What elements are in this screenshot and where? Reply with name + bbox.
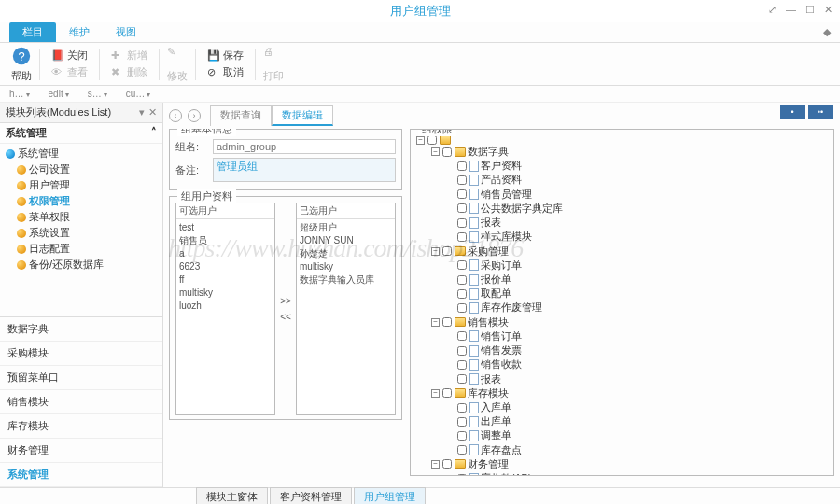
group-remark-input[interactable] <box>213 158 396 182</box>
perm-checkbox[interactable] <box>457 289 467 299</box>
perm-node[interactable]: 入库单 <box>446 400 828 414</box>
sidebar-section[interactable]: 销售模块 <box>0 390 162 414</box>
perm-node[interactable]: 样式库模块 <box>446 230 828 244</box>
tree-parent[interactable]: 系统管理 <box>4 146 159 161</box>
close-button[interactable]: 📕关闭 <box>48 48 91 63</box>
perm-node[interactable]: 应收款(AR) <box>446 471 828 476</box>
review-button[interactable]: 👁查看 <box>48 64 91 80</box>
tree-node-2[interactable]: 权限管理 <box>4 193 159 209</box>
list-item[interactable]: ff <box>179 273 272 287</box>
perm-node[interactable]: 调整单 <box>446 428 828 442</box>
close-icon[interactable]: ✕ <box>824 4 833 16</box>
ws-action-btn-1[interactable]: • <box>780 105 805 119</box>
perm-checkbox[interactable] <box>457 303 467 313</box>
ribbon-tab-main[interactable]: 栏目 <box>9 22 56 42</box>
perm-node[interactable]: 报表 <box>446 216 828 230</box>
expand-icon[interactable]: − <box>431 147 440 156</box>
perm-root[interactable]: − <box>416 135 828 145</box>
perm-node[interactable]: −财务管理 <box>431 457 828 471</box>
perm-checkbox[interactable] <box>442 317 452 327</box>
perm-node[interactable]: 出库单 <box>446 414 828 428</box>
permission-tree[interactable]: −−数据字典客户资料产品资料销售员管理公共数据字典定库报表样式库模块−采购管理采… <box>416 135 828 476</box>
perm-checkbox[interactable] <box>457 203 467 213</box>
maximize-icon[interactable]: ☐ <box>805 4 815 16</box>
tree-node-6[interactable]: 备份/还原数据库 <box>4 257 159 273</box>
perm-node[interactable]: −销售模块 <box>431 315 828 329</box>
sidebar-menu-icon[interactable]: ▾ <box>139 106 145 119</box>
tree-node-5[interactable]: 日志配置 <box>4 241 159 257</box>
list-item[interactable]: 超级用户 <box>300 221 392 234</box>
nav-back-icon[interactable]: ‹ <box>169 109 182 122</box>
sidebar-section[interactable]: 预留菜单口 <box>0 366 162 390</box>
perm-node[interactable]: 采购订单 <box>446 259 828 273</box>
tree-node-1[interactable]: 用户管理 <box>4 177 159 193</box>
expand-icon[interactable]: − <box>431 318 440 327</box>
add-button[interactable]: ✚新增 <box>107 48 151 63</box>
sidebar-close-icon[interactable]: ✕ <box>148 106 157 119</box>
perm-node[interactable]: −数据字典 <box>431 145 828 159</box>
edit-button[interactable]: ✎ 修改 <box>163 45 191 84</box>
save-button[interactable]: 💾保存 <box>203 48 247 63</box>
perm-node[interactable]: 报表 <box>446 372 828 386</box>
perm-node[interactable]: 销售员管理 <box>446 188 828 202</box>
perm-node[interactable]: 取配单 <box>446 287 828 301</box>
move-left-icon[interactable]: << <box>280 312 291 322</box>
quick-item[interactable]: cu…▾ <box>126 89 151 99</box>
quick-item[interactable]: s…▾ <box>88 89 107 99</box>
list-item[interactable]: JONNY SUN <box>300 234 392 247</box>
perm-checkbox[interactable] <box>442 147 452 157</box>
perm-node[interactable]: 销售发票 <box>446 343 828 357</box>
perm-checkbox[interactable] <box>457 431 467 441</box>
perm-checkbox[interactable] <box>457 360 467 370</box>
help-button[interactable]: ? 帮助 <box>7 45 35 84</box>
quick-item[interactable]: h…▾ <box>9 89 30 99</box>
perm-node[interactable]: 库存作废管理 <box>446 301 828 315</box>
perm-checkbox[interactable] <box>457 161 467 171</box>
perm-checkbox[interactable] <box>442 388 452 398</box>
tree-node-0[interactable]: 公司设置 <box>4 161 159 177</box>
perm-node[interactable]: 库存盘点 <box>446 443 828 457</box>
list-item[interactable]: multisky <box>179 287 272 300</box>
perm-node[interactable]: 销售收款 <box>446 357 828 371</box>
list-item[interactable]: luozh <box>179 300 272 313</box>
perm-checkbox[interactable] <box>457 445 467 455</box>
perm-checkbox[interactable] <box>457 218 467 228</box>
perm-checkbox[interactable] <box>442 459 452 469</box>
list-item[interactable]: 孙楚楚 <box>300 247 392 260</box>
perm-checkbox[interactable] <box>457 346 467 356</box>
perm-node[interactable]: 公共数据字典定库 <box>446 202 828 216</box>
nav-fwd-icon[interactable]: › <box>188 109 201 122</box>
perm-checkbox[interactable] <box>457 232 467 242</box>
document-tab[interactable]: 用户组管理 <box>354 487 426 504</box>
group-name-input[interactable] <box>213 139 396 154</box>
perm-checkbox[interactable] <box>457 275 467 285</box>
ws-action-btn-2[interactable]: •• <box>808 105 833 119</box>
minimize-icon[interactable]: — <box>786 4 796 16</box>
list-item[interactable]: multisky <box>300 260 392 273</box>
ws-tab-query[interactable]: 数据查询 <box>210 105 272 126</box>
perm-checkbox[interactable] <box>457 474 467 476</box>
tree-node-3[interactable]: 菜单权限 <box>4 209 159 225</box>
perm-checkbox[interactable] <box>457 175 467 185</box>
ribbon-tab-view[interactable]: 视图 <box>103 22 149 42</box>
sidebar-section[interactable]: 采购模块 <box>0 342 162 366</box>
ribbon-help-icon[interactable]: ◆ <box>823 26 831 38</box>
move-right-icon[interactable]: >> <box>280 296 291 306</box>
document-tab[interactable]: 模块主窗体 <box>196 487 268 504</box>
expand-icon[interactable]: − <box>431 389 440 398</box>
perm-node[interactable]: 产品资料 <box>446 173 828 187</box>
delete-button[interactable]: ✖删除 <box>107 64 151 80</box>
perm-checkbox[interactable] <box>457 417 467 427</box>
expand-icon[interactable]: ⤢ <box>768 4 777 16</box>
perm-checkbox[interactable] <box>457 189 467 199</box>
perm-checkbox[interactable] <box>457 331 467 341</box>
print-button[interactable]: 🖨 打印 <box>259 45 287 84</box>
perm-node[interactable]: 销售订单 <box>446 329 828 343</box>
perm-node[interactable]: −库存模块 <box>431 386 828 400</box>
perm-node[interactable]: 客户资料 <box>446 159 828 173</box>
document-tab[interactable]: 客户资料管理 <box>270 487 352 504</box>
selected-users-list[interactable]: 已选用户 超级用户JONNY SUN孙楚楚multisky数据字典输入员库 <box>296 203 396 415</box>
list-item[interactable]: test <box>179 221 272 234</box>
sidebar-section[interactable]: 系统管理 <box>0 463 162 487</box>
sidebar-section[interactable]: 库存模块 <box>0 414 162 439</box>
